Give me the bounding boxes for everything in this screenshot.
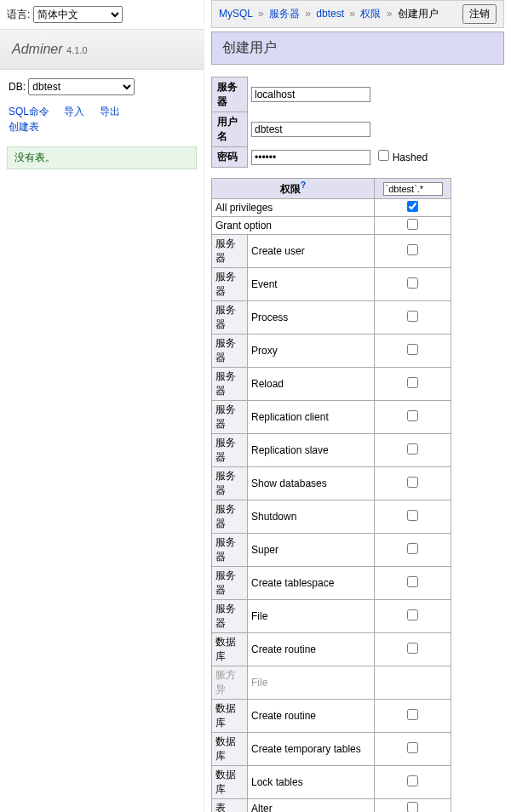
priv-help-link[interactable]: ? — [301, 180, 306, 190]
privilege-checkbox[interactable] — [407, 410, 418, 421]
logout-button[interactable]: 注销 — [462, 4, 497, 24]
db-label: DB: — [9, 81, 26, 93]
privilege-name: Alter — [248, 799, 375, 813]
privilege-checkbox[interactable] — [407, 201, 418, 212]
create-table-link[interactable]: 创建表 — [9, 119, 39, 134]
privilege-row: 服务器Shutdown — [212, 500, 451, 534]
breadcrumb-db[interactable]: dbtest — [316, 8, 344, 20]
privilege-row: 表Alter — [212, 799, 451, 813]
privilege-row: 服务器Event — [212, 268, 451, 301]
username-field-label: 用户名 — [212, 112, 248, 147]
db-select[interactable]: dbtest — [28, 78, 135, 95]
privilege-name: Create user — [248, 235, 375, 268]
privilege-name: Super — [248, 534, 375, 567]
privilege-name: File — [248, 600, 375, 633]
privilege-name: Reload — [248, 368, 375, 401]
breadcrumb-priv[interactable]: 权限 — [360, 8, 381, 20]
privilege-row: 服务器Replication client — [212, 401, 451, 434]
privilege-category: 数据库 — [212, 700, 248, 733]
privilege-name: Create routine — [248, 633, 375, 666]
privilege-row: 服务器Process — [212, 301, 451, 335]
privilege-category: 服务器 — [212, 534, 248, 567]
privilege-checkbox[interactable] — [407, 802, 418, 813]
privilege-checkbox[interactable] — [407, 477, 418, 488]
privilege-category: 服务器 — [212, 600, 248, 633]
privilege-name: Create tablespace — [248, 567, 375, 600]
privilege-row: 服务器Create tablespace — [212, 567, 451, 600]
privilege-checkbox[interactable] — [407, 510, 418, 521]
privilege-checkbox[interactable] — [407, 609, 418, 620]
privilege-row: 数据库Create temporary tables — [212, 733, 451, 766]
username-input[interactable] — [251, 122, 370, 137]
privilege-name: Shutdown — [248, 500, 375, 534]
privilege-checkbox[interactable] — [407, 742, 418, 753]
privilege-checkbox[interactable] — [407, 443, 418, 455]
privilege-checkbox[interactable] — [407, 277, 418, 289]
privilege-checkbox[interactable] — [407, 219, 418, 230]
privilege-category: 服务器 — [212, 401, 248, 434]
privilege-name: Process — [248, 301, 375, 335]
privilege-name: Event — [248, 268, 375, 301]
privilege-row: 服务器File — [212, 600, 451, 633]
privilege-row: 数据库Create routine — [212, 700, 451, 733]
privilege-checkbox[interactable] — [407, 709, 418, 720]
breadcrumb-server[interactable]: 服务器 — [269, 8, 300, 20]
privilege-row: 服务器Proxy — [212, 335, 451, 368]
password-input[interactable] — [251, 150, 370, 165]
privilege-category: 服务器 — [212, 335, 248, 368]
privilege-name: Grant option — [212, 217, 375, 235]
privilege-name: Create temporary tables — [248, 733, 375, 766]
privilege-row: All privileges — [212, 199, 451, 217]
privilege-category: 服务器 — [212, 434, 248, 467]
truncated-row: 脈方异File — [212, 666, 451, 700]
privilege-category: 服务器 — [212, 467, 248, 500]
privilege-category: 服务器 — [212, 500, 248, 534]
privilege-name: Show databases — [248, 467, 375, 500]
privilege-checkbox[interactable] — [407, 311, 418, 322]
privilege-category: 服务器 — [212, 268, 248, 301]
password-field-label: 密码 — [212, 147, 248, 168]
hashed-checkbox[interactable] — [378, 150, 389, 161]
privilege-category: 服务器 — [212, 235, 248, 268]
privilege-name: Proxy — [248, 335, 375, 368]
privilege-row: 服务器Super — [212, 534, 451, 567]
breadcrumb-current: 创建用户 — [398, 8, 439, 20]
privilege-row: 服务器Replication slave — [212, 434, 451, 467]
privilege-row: 数据库Create routine — [212, 633, 451, 666]
privilege-category: 服务器 — [212, 567, 248, 600]
privilege-name: All privileges — [212, 199, 375, 217]
no-tables-message: 没有表。 — [7, 146, 197, 169]
breadcrumb: MySQL » 服务器 » dbtest » 权限 » 创建用户 注销 — [211, 0, 504, 28]
privilege-category: 数据库 — [212, 633, 248, 666]
import-link[interactable]: 导入 — [64, 104, 84, 119]
privilege-name: Replication client — [248, 401, 375, 434]
privilege-checkbox[interactable] — [407, 244, 418, 255]
privilege-row: 服务器Reload — [212, 368, 451, 401]
privilege-checkbox[interactable] — [407, 344, 418, 355]
privilege-checkbox[interactable] — [407, 775, 418, 786]
privilege-category: 数据库 — [212, 766, 248, 799]
privilege-name: Replication slave — [248, 434, 375, 467]
privilege-checkbox[interactable] — [407, 576, 418, 587]
server-field-label: 服务器 — [212, 77, 248, 112]
hashed-label: Hashed — [393, 152, 428, 163]
sql-command-link[interactable]: SQL命令 — [9, 104, 49, 119]
server-input[interactable] — [251, 87, 370, 102]
privilege-row: 数据库Lock tables — [212, 766, 451, 799]
privilege-row: 服务器Show databases — [212, 467, 451, 500]
privilege-row: 服务器Create user — [212, 235, 451, 268]
language-select[interactable]: 简体中文 — [33, 6, 123, 23]
privilege-checkbox[interactable] — [407, 543, 418, 554]
privilege-category: 数据库 — [212, 733, 248, 766]
privilege-category: 服务器 — [212, 368, 248, 401]
privilege-checkbox[interactable] — [407, 377, 418, 388]
privilege-name: Lock tables — [248, 766, 375, 799]
privilege-row: Grant option — [212, 217, 451, 235]
privileges-table: 权限? All privilegesGrant option服务器Create … — [211, 178, 451, 812]
priv-scope-input[interactable] — [383, 182, 443, 196]
export-link[interactable]: 导出 — [100, 104, 120, 119]
breadcrumb-mysql[interactable]: MySQL — [219, 8, 253, 20]
privilege-checkbox[interactable] — [407, 643, 418, 654]
privilege-category: 服务器 — [212, 301, 248, 335]
app-logo: Adminer 4.1.0 — [12, 42, 88, 56]
